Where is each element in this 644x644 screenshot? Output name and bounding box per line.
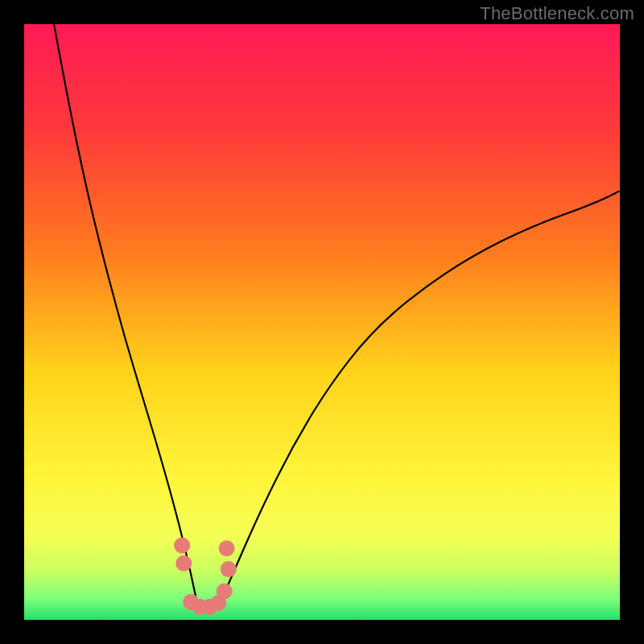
trough-dot xyxy=(221,561,237,577)
trough-dot xyxy=(175,555,192,572)
watermark-text: TheBottleneck.com xyxy=(480,3,634,24)
trough-dot xyxy=(217,583,233,599)
bottleneck-chart xyxy=(0,0,644,644)
chart-frame: TheBottleneck.com xyxy=(0,0,644,644)
trough-dot xyxy=(174,538,190,554)
trough-dot xyxy=(219,540,235,556)
plot-background xyxy=(24,24,620,620)
